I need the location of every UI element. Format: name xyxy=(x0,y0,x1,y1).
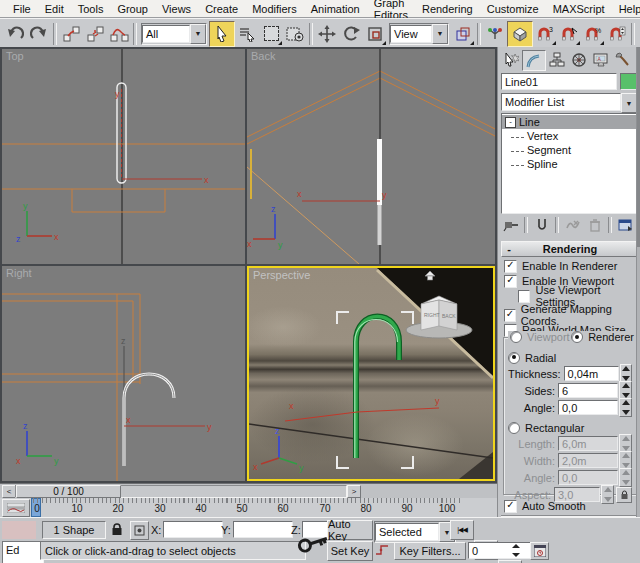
object-name-field[interactable]: Line01 xyxy=(501,73,617,90)
go-to-start-button[interactable]: |◀◀ xyxy=(450,520,474,540)
viewport-back[interactable]: x y z x y Back xyxy=(247,49,495,264)
default-in-out-tangents-button[interactable] xyxy=(374,542,390,558)
checkbox-box[interactable] xyxy=(518,290,530,303)
viewport-back-label[interactable]: Back xyxy=(251,50,275,62)
select-object-button[interactable] xyxy=(209,21,235,47)
angle2-field[interactable]: 0,0 xyxy=(558,470,618,485)
checkbox-auto-smooth[interactable]: ✓ Auto Smooth xyxy=(504,499,638,513)
make-unique-button[interactable] xyxy=(562,216,583,234)
tab-utilities[interactable] xyxy=(612,50,634,69)
select-and-move-button[interactable] xyxy=(315,22,339,46)
command-panel-scrollbar[interactable] xyxy=(636,47,640,517)
rectangular-selection-region-button[interactable] xyxy=(259,22,283,46)
auto-key-button[interactable]: Auto Key xyxy=(327,520,373,540)
radio-circle[interactable] xyxy=(510,331,522,343)
selection-lock-toggle[interactable] xyxy=(108,521,125,538)
window-crossing-toggle-button[interactable] xyxy=(283,22,307,46)
radio-viewport[interactable]: Viewport xyxy=(510,331,570,343)
angle-snap-toggle-button[interactable] xyxy=(557,22,581,46)
menu-tools[interactable]: Tools xyxy=(71,3,111,15)
checkbox-box[interactable]: ✓ xyxy=(504,275,517,288)
stack-item-spline[interactable]: Spline xyxy=(502,157,638,171)
menu-help[interactable]: Help xyxy=(612,3,640,15)
angle-spinner[interactable] xyxy=(619,398,632,417)
checkbox-box[interactable]: ✓ xyxy=(504,260,517,273)
stack-item-vertex[interactable]: Vertex xyxy=(502,129,638,143)
tab-motion[interactable] xyxy=(568,50,590,69)
snaps-toggle-button[interactable] xyxy=(507,21,533,47)
current-frame-field[interactable]: 0 xyxy=(468,542,534,559)
tab-create[interactable] xyxy=(500,50,522,69)
macro-recorder-field[interactable] xyxy=(2,521,36,539)
track-bar[interactable]: 0 10 20 30 40 50 60 70 80 90 100 xyxy=(0,498,497,518)
undo-button[interactable] xyxy=(3,22,27,46)
width-field[interactable]: 2,0m xyxy=(558,453,618,468)
unlink-selection-button[interactable] xyxy=(83,22,107,46)
selection-set-dropdown[interactable]: Selected ▼ xyxy=(374,521,456,543)
rendering-rollout-header[interactable]: - Rendering xyxy=(501,241,639,257)
menu-views[interactable]: Views xyxy=(155,3,198,15)
stack-item-segment[interactable]: Segment xyxy=(502,143,638,157)
radio-radial[interactable]: Radial xyxy=(508,350,632,365)
select-by-name-button[interactable] xyxy=(235,22,259,46)
object-color-swatch[interactable] xyxy=(620,73,637,90)
tab-modify[interactable] xyxy=(522,50,546,71)
checkbox-box[interactable]: ✓ xyxy=(504,309,516,322)
select-and-manipulate-button[interactable] xyxy=(483,22,507,46)
menu-maxscript[interactable]: MAXScript xyxy=(546,3,612,15)
menu-customize[interactable]: Customize xyxy=(480,3,546,15)
thickness-field[interactable]: 0,04m xyxy=(564,366,619,381)
menu-group[interactable]: Group xyxy=(110,3,155,15)
select-and-scale-button[interactable] xyxy=(363,22,387,46)
maxscript-mini-listener[interactable]: Ed xyxy=(2,541,44,563)
rollout-collapse-icon[interactable]: - xyxy=(502,243,516,255)
frame-spinner[interactable] xyxy=(502,543,531,558)
tab-hierarchy[interactable] xyxy=(546,50,568,69)
set-key-button[interactable]: Set Key xyxy=(327,541,373,561)
time-slider-handle[interactable]: 0 / 100 xyxy=(16,485,121,498)
angle-field[interactable]: 0,0 xyxy=(558,400,618,415)
viewport-top[interactable]: x y y x z Top xyxy=(2,49,245,264)
radio-circle[interactable] xyxy=(508,422,520,434)
checkbox-box[interactable]: ✓ xyxy=(504,500,517,513)
selection-filter-dropdown[interactable]: All ▼ xyxy=(141,23,207,45)
menu-create[interactable]: Create xyxy=(198,3,245,15)
menu-rendering[interactable]: Rendering xyxy=(415,3,480,15)
stack-item-line[interactable]: - Line xyxy=(502,115,638,129)
open-mini-curve-editor-button[interactable] xyxy=(2,499,30,517)
menu-edit[interactable]: Edit xyxy=(38,3,71,15)
modifier-list-dropdown[interactable]: Modifier List ▼ xyxy=(501,93,637,110)
radio-circle[interactable] xyxy=(508,352,520,364)
viewport-right-label[interactable]: Right xyxy=(6,267,32,279)
menu-modifiers[interactable]: Modifiers xyxy=(245,3,304,15)
collapse-icon[interactable]: - xyxy=(505,117,516,128)
dropdown-arrow-icon[interactable]: ▼ xyxy=(621,93,637,113)
absolute-offset-mode-toggle[interactable] xyxy=(130,521,149,540)
snap-3d-button[interactable]: 3 xyxy=(533,22,557,46)
tab-display[interactable]: A xyxy=(590,50,612,69)
menu-animation[interactable]: Animation xyxy=(304,3,367,15)
configure-modifier-sets-button[interactable] xyxy=(615,216,636,234)
checkbox-enable-in-renderer[interactable]: ✓ Enable In Renderer xyxy=(504,259,638,273)
select-and-rotate-button[interactable] xyxy=(339,22,363,46)
time-slider-right-button[interactable]: > xyxy=(347,485,361,498)
select-and-link-button[interactable] xyxy=(59,22,83,46)
sides-field[interactable]: 6 xyxy=(558,383,618,398)
dropdown-arrow-icon[interactable]: ▼ xyxy=(432,24,448,44)
viewport-top-label[interactable]: Top xyxy=(6,50,24,62)
checkbox-generate-mapping-coords[interactable]: ✓ Generate Mapping Coords. xyxy=(504,308,638,322)
pin-stack-button[interactable] xyxy=(500,216,521,234)
show-end-result-button[interactable] xyxy=(531,216,552,234)
x-coordinate-field[interactable] xyxy=(163,521,223,538)
viewport-perspective-label[interactable]: Perspective xyxy=(253,269,310,281)
angle2-spinner[interactable] xyxy=(619,468,632,487)
use-pivot-point-center-button[interactable] xyxy=(451,22,475,46)
y-coordinate-field[interactable] xyxy=(233,521,293,538)
bind-to-space-warp-button[interactable] xyxy=(107,22,131,46)
radio-rectangular[interactable]: Rectangular xyxy=(508,420,632,435)
percent-snap-toggle-button[interactable]: % xyxy=(581,22,605,46)
length-field[interactable]: 6,0m xyxy=(558,436,618,451)
redo-button[interactable] xyxy=(27,22,51,46)
menu-file[interactable]: File xyxy=(6,3,38,15)
checkbox-use-viewport-settings[interactable]: Use Viewport Settings xyxy=(504,289,638,303)
